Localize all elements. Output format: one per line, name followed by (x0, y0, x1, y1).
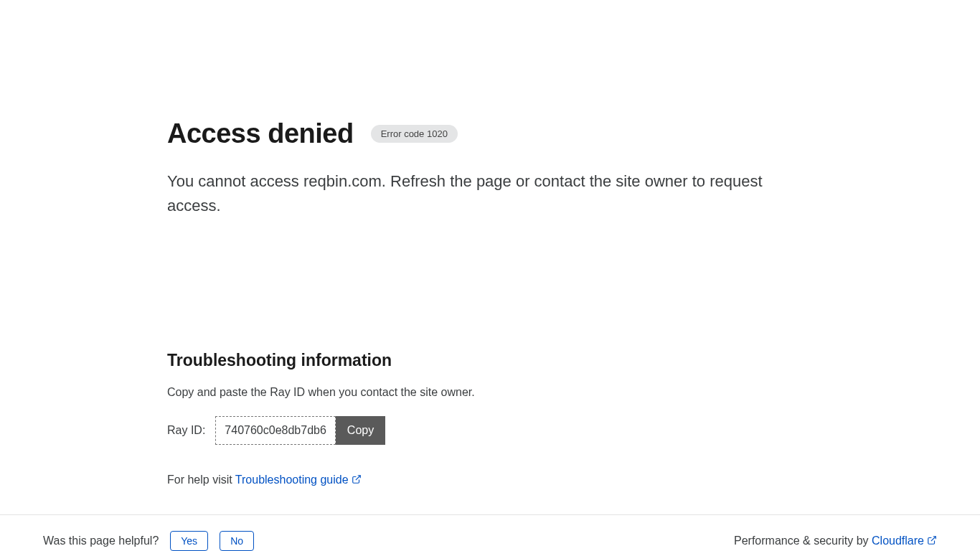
svg-line-1 (931, 536, 936, 540)
help-row: For help visit Troubleshooting guide (167, 474, 813, 487)
help-prefix: For help visit (167, 474, 235, 486)
perf-prefix: Performance & security by (734, 534, 872, 547)
error-description: You cannot access reqbin.com. Refresh th… (167, 169, 813, 218)
no-button[interactable]: No (220, 531, 254, 551)
external-link-icon (927, 535, 937, 548)
title-row: Access denied Error code 1020 (167, 118, 813, 149)
external-link-icon (352, 474, 362, 487)
ray-id-value: 740760c0e8db7db6 (215, 416, 335, 445)
footer-right: Performance & security by Cloudflare (734, 534, 937, 548)
troubleshooting-section: Troubleshooting information Copy and pas… (167, 351, 813, 487)
page-title: Access denied (167, 118, 354, 149)
cloudflare-link[interactable]: Cloudflare (872, 534, 937, 547)
ray-id-label: Ray ID: (167, 424, 205, 437)
footer: Was this page helpful? Yes No Performanc… (0, 515, 980, 551)
cloudflare-link-text: Cloudflare (872, 534, 924, 547)
troubleshooting-guide-link[interactable]: Troubleshooting guide (235, 474, 362, 486)
header-section: Access denied Error code 1020 You cannot… (167, 0, 813, 218)
troubleshooting-title: Troubleshooting information (167, 351, 813, 370)
copy-button[interactable]: Copy (336, 416, 385, 445)
ray-id-row: Ray ID: 740760c0e8db7db6 Copy (167, 416, 813, 445)
troubleshooting-guide-link-text: Troubleshooting guide (235, 474, 349, 486)
error-code-badge: Error code 1020 (371, 125, 458, 143)
yes-button[interactable]: Yes (170, 531, 208, 551)
troubleshooting-instruction: Copy and paste the Ray ID when you conta… (167, 386, 813, 399)
helpful-prompt: Was this page helpful? (43, 534, 159, 547)
svg-line-0 (355, 476, 359, 480)
footer-left: Was this page helpful? Yes No (43, 531, 254, 551)
